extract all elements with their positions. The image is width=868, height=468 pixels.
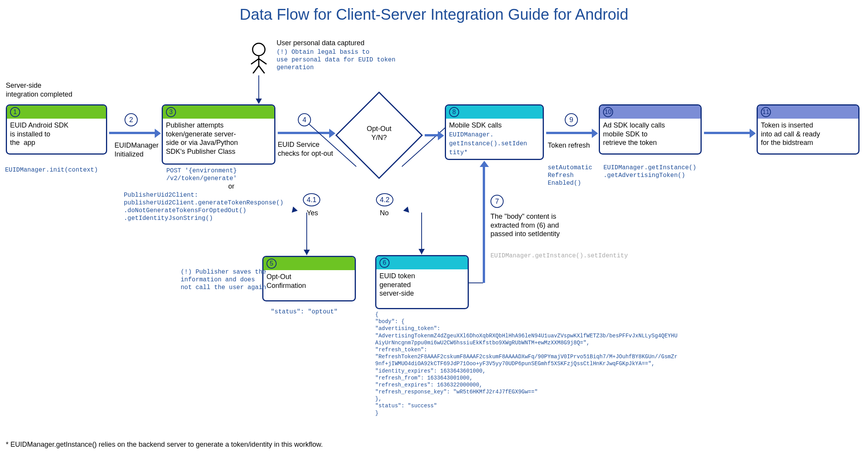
user-data-note: (!) Obtain legal basis to use personal d… [277, 48, 395, 71]
node-8: 8 Mobile SDK calls EUIDManager. getInsta… [445, 104, 544, 160]
step-2-circle: 2 [125, 113, 138, 126]
footnote: * EUIDManager.getInstance() relies on th… [6, 441, 323, 449]
41-to-5-line [306, 213, 307, 255]
node-6: 6 EUID token generated server-side [375, 255, 469, 309]
step-41-label: Yes [307, 209, 318, 218]
node-11-step: 11 [761, 107, 771, 117]
node-11-body: Token is inserted into ad call & ready f… [758, 119, 858, 150]
42-to-6-head [419, 249, 425, 254]
code-step2: EUIDManager.init(context) [5, 166, 98, 174]
node-10: 10 Ad SDK locally calls mobile SDK to re… [599, 104, 702, 155]
node-3-header: 3 [163, 106, 274, 119]
code-step10: EUIDManager.getInstance() .getAdvertisin… [603, 164, 696, 179]
node-8-step: 8 [449, 107, 459, 117]
node-11-header: 11 [758, 106, 858, 119]
step-9-circle: 9 [565, 113, 578, 126]
d-to-5-head [289, 206, 297, 214]
arrow-3-to-d [278, 132, 330, 134]
node-6-body: EUID token generated server-side [376, 269, 468, 300]
user-data-label: User personal data captured [277, 39, 364, 48]
code-step3a: POST '{environment} /v2/token/generate' [166, 167, 237, 182]
node-10-header: 10 [600, 106, 701, 119]
step-41-circle: 4.1 [303, 193, 320, 206]
diamond-text: Opt-Out Y/N? [362, 124, 396, 142]
step-42-label: No [380, 209, 389, 218]
node-5: 5 Opt-Out Confirmation [262, 256, 356, 301]
diagram-title: Data Flow for Client-Server Integration … [0, 6, 868, 23]
node-1: 1 EUID Android SDK is installed to the a… [6, 104, 107, 155]
6-to-7-hline [469, 283, 483, 283]
41-to-5-head [304, 250, 310, 255]
node-1-step: 1 [10, 107, 20, 117]
arrow-d-to-8 [425, 134, 439, 136]
node-6-step: 6 [379, 258, 390, 268]
node-1-body: EUID Android SDK is installed to the app [7, 119, 106, 150]
42-to-6-line [421, 213, 422, 254]
code-step7: EUIDManager.getInstance().setIdentity [490, 252, 628, 260]
json-response: { "body": { "advertising_token": "Advert… [375, 311, 677, 417]
arrow-1-to-3 [109, 132, 155, 134]
step-2-label: EUIDManager Initialized [114, 141, 159, 158]
node-3-step: 3 [166, 107, 176, 117]
step-4-label: EUID Service checks for opt-out [278, 140, 333, 158]
step-7-label: The "body" content is extracted from (6)… [490, 212, 560, 238]
step-9-label: Token refresh [548, 141, 590, 150]
user-icon [247, 43, 270, 73]
node-6-header: 6 [376, 256, 468, 269]
step-7-circle: 7 [490, 195, 504, 208]
node-10-body: Ad SDK locally calls mobile SDK to retri… [600, 119, 701, 150]
code-step9: setAutomatic Refresh Enabled() [548, 164, 592, 187]
node-8-text: Mobile SDK calls [449, 121, 502, 129]
code-step8: EUIDManager. getInstance().setIden tity* [449, 131, 527, 156]
node-3: 3 Publisher attempts token/generate serv… [162, 104, 275, 165]
node-5-body: Opt-Out Confirmation [263, 270, 355, 292]
step-42-circle: 4.2 [376, 193, 393, 206]
node-5-header: 5 [263, 257, 355, 270]
d-to-6-head [403, 206, 411, 214]
node-1-header: 1 [7, 106, 106, 119]
code-step3b: PublisherUid2Client: publisherUid2Client… [124, 191, 284, 222]
user-arrow-line [258, 75, 259, 99]
arrow-6-to-8 [483, 166, 485, 283]
node-8-header: 8 [446, 106, 543, 119]
arrow-8-to-10 [546, 132, 593, 134]
node-5-step: 5 [267, 259, 277, 269]
arrow-10-to-11 [704, 132, 750, 134]
node-5-note: (!) Publisher saves the information and … [181, 268, 266, 291]
node-10-step: 10 [603, 107, 613, 117]
node-3-body: Publisher attempts token/generate server… [163, 119, 274, 158]
code-step3-or: or [228, 182, 234, 191]
svg-point-0 [253, 43, 265, 56]
node-8-body: Mobile SDK calls EUIDManager. getInstanc… [446, 119, 543, 159]
server-side-label: Server-side integration completed [6, 81, 72, 99]
code-step5: "status": "optout" [271, 308, 338, 316]
node-11: 11 Token is inserted into ad call & read… [757, 104, 859, 155]
user-arrow-head [256, 99, 262, 104]
